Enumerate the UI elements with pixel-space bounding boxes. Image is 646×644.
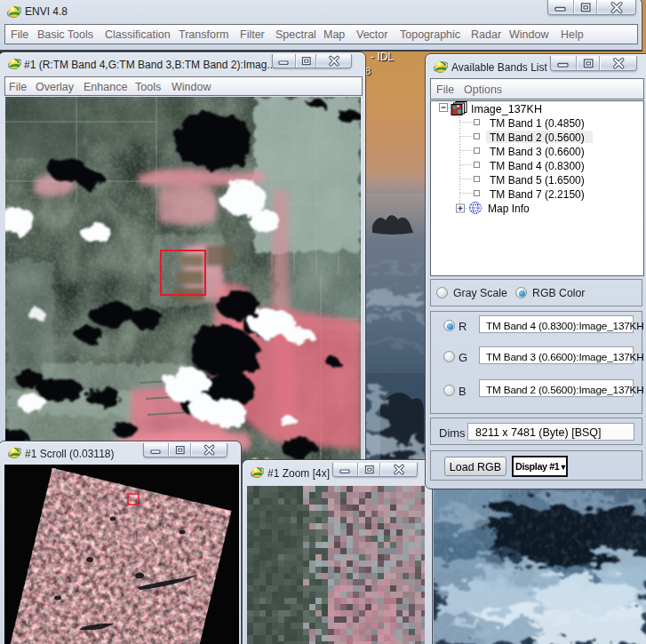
svg-text:- IDL: - IDL — [371, 51, 394, 63]
svg-text:TM Band 3 (0.6600): TM Band 3 (0.6600) — [490, 146, 585, 158]
svg-text:Image_137KH: Image_137KH — [471, 103, 542, 115]
svg-text:Map Info: Map Info — [488, 203, 530, 215]
svg-text:TM Band 7 (2.2150): TM Band 7 (2.2150) — [490, 188, 585, 201]
svg-text:TM Band 4 (0.8300): TM Band 4 (0.8300) — [490, 160, 585, 172]
svg-text:TM Band 5 (1.6500): TM Band 5 (1.6500) — [490, 174, 585, 187]
svg-text:TM Band 1 (0.4850): TM Band 1 (0.4850) — [490, 117, 585, 130]
svg-text:TM Band 2 (0.5600): TM Band 2 (0.5600) — [490, 131, 585, 144]
